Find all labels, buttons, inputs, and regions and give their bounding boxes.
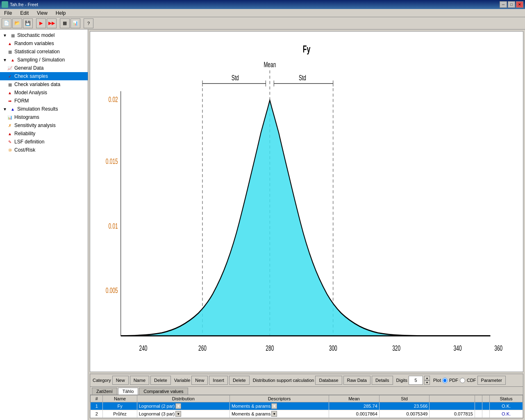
triangle-red2-icon: ▲ xyxy=(9,57,16,63)
cell-status-2: O.K. xyxy=(490,410,523,418)
minimize-button[interactable]: ─ xyxy=(500,1,507,8)
descriptors-dropdown-2[interactable]: Moments & params ▼ xyxy=(232,411,327,417)
details-button[interactable]: Details xyxy=(372,376,393,385)
parameter-button[interactable]: Parameter xyxy=(477,376,506,385)
col-header-std: Std xyxy=(379,395,430,402)
descriptors-btn-1[interactable]: ▼ xyxy=(271,403,277,409)
cdf-label: CDF xyxy=(467,378,476,383)
lsf-label: LSF definition xyxy=(14,139,44,145)
toolbar-run1[interactable]: ▶ xyxy=(36,18,46,28)
cell-distribution-1[interactable]: Lognormal (2 par) ▼ xyxy=(137,402,230,410)
raw-data-button[interactable]: Raw Data xyxy=(343,376,370,385)
digits-input[interactable] xyxy=(409,376,423,385)
col-header-extra3 xyxy=(482,395,489,402)
sidebar-item-statistical-correlation[interactable]: ▦ Statistical correlation xyxy=(0,48,88,56)
sidebar-item-lsf[interactable]: ✎ LSF definition xyxy=(0,138,88,146)
sidebar-item-histograms[interactable]: 📊 Histograms xyxy=(0,113,88,121)
dropdown-btn-1[interactable]: ▼ xyxy=(175,403,181,409)
new-variable-button[interactable]: New xyxy=(191,376,208,385)
toolbar-grid[interactable]: ▦ xyxy=(60,18,70,28)
name-button[interactable]: Name xyxy=(130,376,149,385)
sidebar-item-random-variables[interactable]: ▲ Random variables xyxy=(0,39,88,48)
title-bar-controls[interactable]: ─ □ ✕ xyxy=(500,1,523,8)
distribution-dropdown-1[interactable]: Lognormal (2 par) ▼ xyxy=(139,403,228,409)
title-bar-left: Tah.fre - Freet xyxy=(2,1,38,8)
new-category-button[interactable]: New xyxy=(112,376,129,385)
tab-comparative[interactable]: Comparative values xyxy=(139,388,188,395)
menu-bar: File Edit View Help xyxy=(0,9,525,17)
sidebar-item-stochastic-model[interactable]: ▼ ▦ Stochastic model xyxy=(0,31,88,39)
table-row[interactable]: 1 Fy Lognormal (2 par) ▼ Moments & p xyxy=(91,402,523,410)
cell-distribution-2[interactable]: Lognormal (3 par) ▼ xyxy=(137,410,230,418)
col-header-descriptors: Descriptors xyxy=(230,395,329,402)
sidebar-item-simulation-results[interactable]: ▼ ▲ Simulation Results xyxy=(0,105,88,113)
check-variables-label: Check variables data xyxy=(14,82,60,87)
cell-status-1: O.K. xyxy=(490,402,523,410)
dropdown-btn-2[interactable]: ▼ xyxy=(175,411,181,417)
sidebar-item-cost-risk[interactable]: ⑩ Cost/Risk xyxy=(0,146,88,154)
descriptors-btn-2[interactable]: ▼ xyxy=(271,411,277,417)
variable-label: Variable xyxy=(174,378,191,383)
spin-up-button[interactable]: ▲ xyxy=(424,376,430,380)
toolbar-chart[interactable]: 📊 xyxy=(70,18,80,28)
menu-file[interactable]: File xyxy=(2,9,14,17)
toolbar-help[interactable]: ? xyxy=(84,18,93,28)
general-data-label: General Data xyxy=(14,65,43,71)
spin-down-button[interactable]: ▼ xyxy=(424,380,430,385)
tab-bar: Zatížení Tählo Comparative values xyxy=(90,387,523,395)
pdf-radio[interactable] xyxy=(442,378,448,383)
delete-variable-button[interactable]: Delete xyxy=(229,376,250,385)
descriptors-dropdown-1[interactable]: Moments & params ▼ xyxy=(232,403,327,409)
sidebar-item-check-samples[interactable]: ✓ Check samples xyxy=(0,72,88,80)
database-button[interactable]: Database xyxy=(315,376,342,385)
sampling-label: Sampling / Simulation xyxy=(17,57,65,63)
sidebar-item-sampling-simulation[interactable]: ▼ ▲ Sampling / Simulation xyxy=(0,56,88,64)
menu-help[interactable]: Help xyxy=(53,9,68,17)
toolbar-new[interactable]: 📄 xyxy=(2,18,11,28)
cdf-radio[interactable] xyxy=(460,378,465,383)
toolbar-open[interactable]: 📂 xyxy=(12,18,22,28)
stochastic-label: Stochastic model xyxy=(17,32,55,38)
sidebar-item-sensitivity[interactable]: ✗ Sensitivity analysis xyxy=(0,121,88,129)
tab-zatizeni[interactable]: Zatížení xyxy=(92,388,117,395)
data-table-container: # Name Distribution Descriptors Mean Std… xyxy=(90,395,523,418)
cell-descriptors-2[interactable]: Moments & params ▼ xyxy=(230,410,329,418)
delete-category-button[interactable]: Delete xyxy=(150,376,171,385)
cell-num-1: 1 xyxy=(91,402,103,410)
sidebar-item-reliability[interactable]: ▲ Reliability xyxy=(0,129,88,138)
sidebar-item-general-data[interactable]: 📈 General Data xyxy=(0,64,88,72)
cell-descriptors-1[interactable]: Moments & params ▼ xyxy=(230,402,329,410)
svg-text:Std: Std xyxy=(299,74,306,82)
histogram-icon: 📊 xyxy=(7,114,13,120)
close-button[interactable]: ✕ xyxy=(516,1,523,8)
menu-edit[interactable]: Edit xyxy=(18,9,31,17)
digits-group: Digits ▲ ▼ xyxy=(396,376,430,385)
sidebar-item-form[interactable]: ➡ FORM xyxy=(0,97,88,105)
svg-text:240: 240 xyxy=(139,344,148,352)
histograms-label: Histograms xyxy=(14,114,39,120)
maximize-button[interactable]: □ xyxy=(508,1,515,8)
sidebar-item-model-analysis[interactable]: ▲ Model Analysis xyxy=(0,89,88,97)
arrow-icon: ➡ xyxy=(7,98,13,104)
menu-view[interactable]: View xyxy=(34,9,50,17)
svg-text:300: 300 xyxy=(329,344,337,352)
table-row[interactable]: 2 Průřez Lognormal (3 par) ▼ Moments xyxy=(91,410,523,418)
svg-text:320: 320 xyxy=(392,344,400,352)
col-header-extra2 xyxy=(475,395,482,402)
chart-icon: 📈 xyxy=(7,65,13,71)
digits-spinner[interactable]: ▲ ▼ xyxy=(424,376,430,385)
data-table: # Name Distribution Descriptors Mean Std… xyxy=(90,395,523,418)
check-samples-label: Check samples xyxy=(14,73,48,79)
tab-tahlo[interactable]: Tählo xyxy=(118,388,139,395)
distribution-dropdown-2[interactable]: Lognormal (3 par) ▼ xyxy=(139,411,228,417)
sidebar-item-check-variables[interactable]: ▦ Check variables data xyxy=(0,80,88,89)
col-header-distribution: Distribution xyxy=(137,395,230,402)
cell-extra2-1 xyxy=(475,402,482,410)
toolbar-run2[interactable]: ▶▶ xyxy=(47,18,57,28)
toolbar-save[interactable]: 💾 xyxy=(23,18,33,28)
statistical-correlation-label: Statistical correlation xyxy=(14,49,60,54)
plot-group: Plot PDF CDF Parameter xyxy=(433,376,506,385)
plot-radio-group: PDF CDF xyxy=(442,378,476,383)
insert-button[interactable]: Insert xyxy=(209,376,228,385)
cell-name-2: Průřez xyxy=(103,410,137,418)
